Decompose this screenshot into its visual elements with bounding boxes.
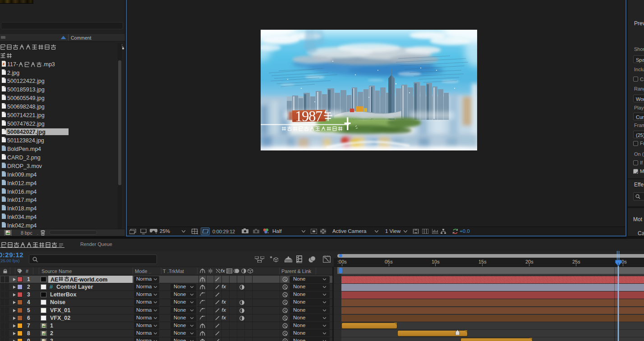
svg-text:1987: 1987: [295, 108, 322, 124]
